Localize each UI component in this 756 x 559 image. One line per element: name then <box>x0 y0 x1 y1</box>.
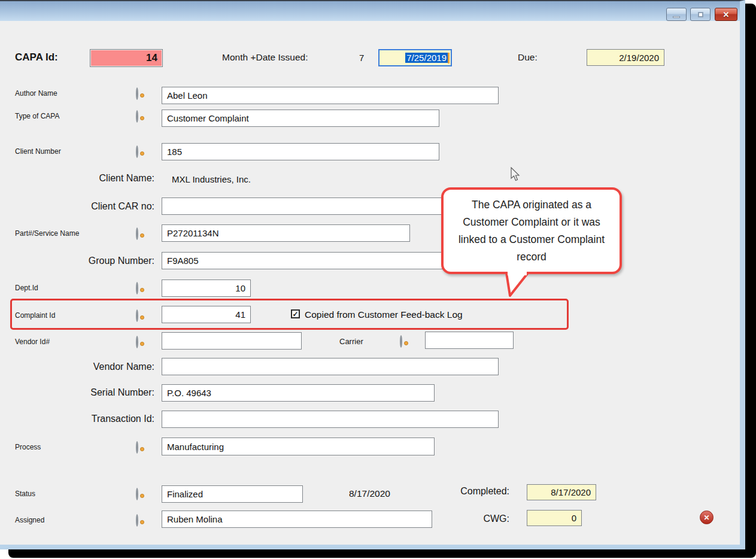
search-icon[interactable] <box>136 311 145 320</box>
due-date-field[interactable]: 2/19/2020 <box>587 49 664 66</box>
complaint-id-field[interactable]: 41 <box>162 306 251 323</box>
assigned-field[interactable]: Ruben Molina <box>162 511 432 528</box>
screenshot: ✕ CAPA Id: 14 Month +Date Issued: 7 7/25… <box>0 0 756 559</box>
maximize-button[interactable] <box>690 8 711 21</box>
copied-from-feedback-checkbox[interactable]: ✓ <box>291 309 300 318</box>
status-label: Status <box>15 490 35 498</box>
dept-id-label: Dept.Id <box>15 284 38 292</box>
search-icon[interactable] <box>136 89 145 98</box>
carrier-label: Carrier <box>339 337 363 346</box>
capa-id-field[interactable]: 14 <box>90 49 163 67</box>
mouse-cursor <box>510 167 521 183</box>
callout-tail <box>502 272 530 297</box>
search-icon[interactable] <box>400 336 409 345</box>
check-icon: ✓ <box>292 311 298 318</box>
client-number-label: Client Number <box>15 147 61 156</box>
maximize-icon <box>698 12 703 17</box>
search-icon[interactable] <box>136 515 145 524</box>
client-number-field[interactable]: 185 <box>162 143 439 160</box>
search-icon[interactable] <box>136 147 145 156</box>
author-name-field[interactable]: Abel Leon <box>162 87 499 104</box>
status-date: 8/17/2020 <box>349 488 390 499</box>
part-service-name-field[interactable]: P27201134N <box>162 224 410 242</box>
search-icon[interactable] <box>136 229 145 238</box>
transaction-id-label: Transaction Id: <box>15 414 154 424</box>
due-label: Due: <box>518 52 538 63</box>
serial-number-label: Serial Number: <box>15 387 154 398</box>
status-field[interactable]: Finalized <box>162 485 303 503</box>
client-car-no-label: Client CAR no: <box>15 201 154 212</box>
title-bar[interactable]: ✕ <box>0 1 740 21</box>
assigned-label: Assigned <box>15 516 44 524</box>
minimize-icon <box>673 16 680 18</box>
vendor-name-field[interactable] <box>162 358 499 375</box>
process-field[interactable]: Manufacturing <box>162 438 435 455</box>
carrier-field[interactable] <box>425 332 514 349</box>
date-issued-selected-text: 7/25/2019 <box>405 53 448 63</box>
completed-label: Completed: <box>419 486 509 497</box>
part-service-name-label: Part#/Service Name <box>15 229 79 238</box>
vendor-name-label: Vendor Name: <box>15 361 154 372</box>
group-number-label: Group Number: <box>15 256 154 266</box>
close-circle-icon: ✕ <box>703 514 709 522</box>
close-button[interactable]: ✕ <box>715 8 737 21</box>
type-of-capa-field[interactable]: Customer Complaint <box>162 110 439 127</box>
search-icon[interactable] <box>136 489 145 498</box>
search-icon[interactable] <box>136 442 145 451</box>
completed-date-field[interactable]: 8/17/2020 <box>527 484 596 500</box>
search-icon[interactable] <box>136 337 145 346</box>
type-of-capa-label: Type of CAPA <box>15 112 59 120</box>
delete-record-button[interactable]: ✕ <box>700 511 714 524</box>
capa-form-window: ✕ CAPA Id: 14 Month +Date Issued: 7 7/25… <box>0 0 745 549</box>
complaint-id-label: Complaint Id <box>15 311 55 320</box>
date-issued-field[interactable]: 7/25/2019 <box>378 49 452 66</box>
search-icon[interactable] <box>136 283 145 292</box>
vendor-id-field[interactable] <box>162 332 302 350</box>
month-date-issued-label: Month +Date Issued: <box>222 52 308 63</box>
client-name-value: MXL Industries, Inc. <box>172 174 251 184</box>
client-name-label: Client Name: <box>15 173 154 184</box>
cwg-field[interactable]: 0 <box>527 510 582 526</box>
text-caret <box>448 53 450 63</box>
callout-tooltip: The CAPA originated as a Customer Compla… <box>441 187 622 274</box>
transaction-id-field[interactable] <box>162 411 499 428</box>
serial-number-field[interactable]: P.O. 49643 <box>162 384 435 402</box>
capa-id-label: CAPA Id: <box>15 51 58 63</box>
process-label: Process <box>15 443 41 451</box>
complaint-row-highlight <box>10 299 569 330</box>
dept-id-field[interactable]: 10 <box>162 280 251 297</box>
vendor-id-label: Vendor Id# <box>15 338 50 346</box>
author-name-label: Author Name <box>15 89 57 98</box>
minimize-button[interactable] <box>666 8 687 21</box>
copied-from-feedback-label: Copied from Customer Feed-back Log <box>305 309 463 320</box>
search-icon[interactable] <box>136 111 145 120</box>
month-value: 7 <box>359 53 364 63</box>
cwg-label: CWG: <box>419 514 509 524</box>
close-icon: ✕ <box>723 10 730 19</box>
